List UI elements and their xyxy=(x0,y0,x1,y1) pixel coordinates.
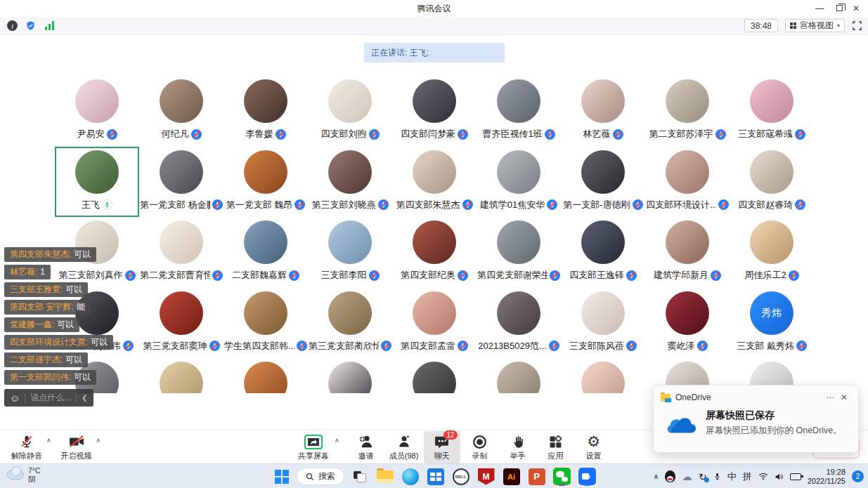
participant-tile[interactable]: 第三党支部蔺欣怡 xyxy=(308,288,392,359)
apps-icon xyxy=(549,434,562,449)
pinyin-icon[interactable]: 拼 xyxy=(743,472,752,481)
start-video-button[interactable]: 开启视频 xyxy=(58,431,95,463)
share-options-chevron[interactable]: ∧ xyxy=(335,437,339,463)
raise-hand-button[interactable]: 举手 xyxy=(500,431,536,463)
edge-button[interactable] xyxy=(400,466,420,487)
illustrator-button[interactable]: Ai xyxy=(501,466,522,487)
participant-tile[interactable]: 第三党支部窦珅 xyxy=(139,288,224,359)
participant-tile[interactable]: 第二支部苏泽宇 xyxy=(645,76,730,147)
invite-button[interactable]: 邀请 xyxy=(348,431,384,463)
participant-tile[interactable] xyxy=(224,358,308,393)
battery-pen-icon[interactable] xyxy=(790,473,801,480)
participant-tile[interactable]: 第四支部朱慧杰 xyxy=(392,147,477,218)
unmute-button[interactable]: 解除静音 xyxy=(8,431,45,463)
mcafee-button[interactable]: M xyxy=(476,466,496,487)
participant-tile[interactable]: 第一党支部 杨金鹏 xyxy=(139,147,224,218)
participant-tile[interactable] xyxy=(477,358,561,393)
microsoft-store-button[interactable] xyxy=(425,466,446,487)
participant-tile[interactable] xyxy=(392,358,477,393)
participant-tile[interactable]: 曹齐臣视传1班 xyxy=(477,76,561,147)
record-button[interactable]: 录制 xyxy=(462,431,498,463)
participant-tile[interactable]: 四支部闫梦豪 xyxy=(392,76,477,147)
chat-input-placeholder[interactable]: 说点什么... xyxy=(30,392,71,404)
wifi-icon[interactable] xyxy=(758,473,768,480)
participant-tile[interactable]: 第四支部孟雷 xyxy=(392,288,477,359)
dell-button[interactable]: DELL xyxy=(451,466,471,487)
collapse-chat-icon[interactable]: ❮ xyxy=(82,394,87,402)
file-explorer-button[interactable] xyxy=(375,466,395,487)
participant-tile[interactable]: 二支部魏嘉辉 xyxy=(224,217,308,288)
close-button[interactable]: ✕ xyxy=(847,1,865,15)
record-icon xyxy=(472,434,487,449)
chat-button[interactable]: 12 聊天 xyxy=(424,431,460,463)
participant-tile[interactable]: 四支部王逸铎 xyxy=(561,217,645,288)
participant-tile[interactable]: 20213B5029范... xyxy=(477,288,561,359)
mic-options-chevron[interactable]: ∧ xyxy=(46,437,51,463)
mic-status-icon xyxy=(458,129,468,140)
participant-tile[interactable]: 学生第四支部韩... xyxy=(224,288,308,359)
participant-tile[interactable]: 建筑学01焦安华 xyxy=(477,147,561,218)
tencent-meeting-button[interactable] xyxy=(577,466,597,487)
minimize-button[interactable]: — xyxy=(810,1,829,15)
fullscreen-button[interactable] xyxy=(852,20,862,31)
toast-close-button[interactable]: ✕ xyxy=(837,393,851,402)
participant-tile[interactable]: 三支部李阳 xyxy=(308,217,392,288)
ime-mode-icon[interactable]: 中 xyxy=(727,472,737,481)
start-button[interactable] xyxy=(271,466,292,487)
participant-tile[interactable]: 窦屹泽 xyxy=(645,288,730,359)
notification-count-badge[interactable]: 2 xyxy=(852,470,864,482)
participant-tile[interactable]: 第三支部刘晓燕 xyxy=(308,147,392,218)
apps-button[interactable]: 应用 xyxy=(538,431,574,463)
participant-tile[interactable]: 三支部陈风蓓 xyxy=(561,288,645,359)
taskbar-search[interactable]: 搜索 xyxy=(297,468,344,485)
participant-tile[interactable]: 第二党支部曹育恒 xyxy=(139,217,224,288)
avatar xyxy=(750,150,793,194)
participant-tile[interactable]: 四支部刘煦 xyxy=(308,76,392,147)
task-view-button[interactable] xyxy=(349,466,370,487)
participant-tile[interactable]: 四支部环境设计... xyxy=(645,147,730,218)
invite-person-icon xyxy=(358,434,374,449)
participant-tile[interactable]: 四支部赵睿琦 xyxy=(730,147,814,218)
participant-name: 第三党支部窦珅 xyxy=(143,340,207,352)
cloud-tray-icon[interactable]: ☁ xyxy=(682,471,692,482)
powerpoint-button[interactable]: P xyxy=(526,466,547,487)
wechat-button[interactable] xyxy=(552,466,572,487)
participant-tile[interactable]: 建筑学邱新月 xyxy=(645,217,730,288)
participant-tile[interactable]: 三支部寇希彧 xyxy=(730,76,814,147)
participant-name: 三支部 戴秀炜 xyxy=(737,340,794,352)
participant-tile[interactable]: 林艺薇 xyxy=(561,76,645,147)
meeting-info-icon[interactable]: i xyxy=(7,20,18,31)
settings-button[interactable]: ⚙ 设置 xyxy=(576,431,612,463)
participant-name: 林艺薇 xyxy=(583,128,611,140)
security-shield-icon[interactable] xyxy=(25,20,37,32)
participant-tile[interactable]: 周佳乐工2 xyxy=(730,217,814,288)
emoji-icon[interactable]: ☺ xyxy=(10,393,20,403)
members-button[interactable]: 成员(98) xyxy=(386,431,422,463)
chat-input-bar[interactable]: ☺ 说点什么... ❮ xyxy=(4,389,93,407)
participant-tile[interactable]: 第四支部纪奥 xyxy=(392,217,477,288)
toast-more-button[interactable]: ⋯ xyxy=(823,393,837,402)
participant-tile[interactable] xyxy=(139,358,224,393)
participant-tile[interactable]: 第一党支部 魏昂 xyxy=(224,147,308,218)
participant-tile[interactable]: 尹易安 xyxy=(55,76,139,147)
video-options-chevron[interactable]: ∧ xyxy=(96,437,101,463)
qq-tray-icon[interactable] xyxy=(665,470,675,482)
participant-tile[interactable]: 王飞 xyxy=(55,147,139,218)
tray-expand-icon[interactable]: ∧ xyxy=(654,473,659,480)
speaker-icon[interactable] xyxy=(775,473,784,481)
taskbar-clock[interactable]: 19:28 2022/11/25 xyxy=(808,468,846,486)
participant-tile[interactable]: 第一支部-唐德刚 xyxy=(561,147,645,218)
participant-tile[interactable]: 何纪凡 xyxy=(139,76,224,147)
share-screen-button[interactable]: 共享屏幕 xyxy=(295,431,332,463)
participant-tile[interactable]: 第四党支部谢荣生 xyxy=(477,217,561,288)
restore-button[interactable] xyxy=(830,1,848,15)
microphone-tray-icon[interactable] xyxy=(713,472,721,481)
sync-tray-icon[interactable]: ↻ xyxy=(699,471,707,482)
layout-view-button[interactable]: 宫格视图 ▾ xyxy=(785,19,845,32)
network-signal-icon[interactable] xyxy=(44,20,56,32)
participant-tile[interactable] xyxy=(561,358,645,393)
participant-tile[interactable] xyxy=(308,358,392,393)
participant-tile[interactable]: 李鲁媛 xyxy=(224,76,308,147)
participant-tile[interactable]: 秀炜 三支部 戴秀炜 xyxy=(730,288,814,359)
weather-widget[interactable]: 7°C 阴 xyxy=(7,466,41,483)
